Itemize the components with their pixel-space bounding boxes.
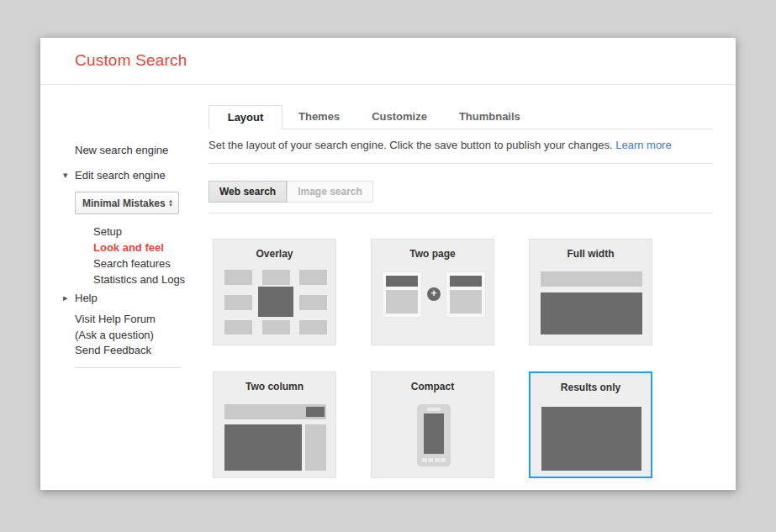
- phone-icon: [417, 404, 451, 466]
- sidebar-item-new-search-engine[interactable]: New search engine: [75, 144, 168, 156]
- diagram-tile: [262, 270, 290, 285]
- diagram-page-header: [450, 276, 482, 287]
- diagram-tile: [224, 320, 252, 334]
- diagram-tile: [299, 295, 327, 310]
- diagram-results-area: [224, 424, 302, 471]
- diagram-results-area: [541, 407, 641, 471]
- sidebar-item-visit-help-forum[interactable]: Visit Help Forum (Ask a question): [75, 311, 156, 343]
- diagram-tile: [224, 270, 252, 285]
- layout-option-two-page[interactable]: Two page +: [371, 239, 494, 345]
- diagram-search-button: [306, 407, 325, 417]
- sidebar-item-look-and-feel[interactable]: Look and feel: [93, 240, 185, 255]
- search-type-toggle: Web search Image search: [209, 181, 713, 203]
- layout-title-two-column: Two column: [214, 381, 335, 392]
- layout-option-compact[interactable]: Compact: [371, 371, 494, 478]
- header: Custom Search: [40, 38, 736, 85]
- engine-select[interactable]: Minimal Mistakes ▲ ▼: [75, 192, 179, 214]
- divider-bottom: [209, 213, 713, 213]
- layout-options-grid: Overlay Two page: [213, 239, 713, 478]
- caret-down-icon: ▾: [63, 170, 75, 181]
- select-down-arrow: ▼: [168, 203, 173, 208]
- sidebar: New search engine ▾ Edit search engine M…: [40, 85, 209, 490]
- diagram-tile: [299, 270, 327, 285]
- tab-bar: Layout Themes Customize Thumbnails: [209, 105, 713, 129]
- learn-more-link[interactable]: Learn more: [615, 139, 671, 151]
- main-content: Layout Themes Customize Thumbnails Set t…: [209, 85, 713, 478]
- divider-top: [209, 163, 713, 164]
- phone-screen: [424, 413, 444, 454]
- diagram-page: [446, 271, 486, 318]
- layout-option-two-column[interactable]: Two column: [213, 371, 336, 478]
- engine-select-value: Minimal Mistakes: [82, 198, 166, 209]
- phone-button: [428, 458, 433, 462]
- sidebar-item-setup[interactable]: Setup: [93, 224, 185, 240]
- diagram-page-body: [450, 290, 482, 313]
- diagram-tile: [299, 320, 327, 334]
- phone-button: [441, 458, 446, 462]
- tab-thumbnails[interactable]: Thumbnails: [443, 105, 536, 129]
- layout-title-full-width: Full width: [530, 248, 652, 260]
- tab-layout[interactable]: Layout: [209, 105, 282, 129]
- diagram-tile: [262, 320, 290, 334]
- plus-icon: +: [427, 287, 441, 301]
- layout-title-compact: Compact: [372, 381, 494, 392]
- tab-themes[interactable]: Themes: [282, 105, 356, 129]
- description: Set the layout of your search engine. Cl…: [209, 139, 713, 152]
- phone-buttons: [417, 458, 451, 462]
- layout-option-overlay[interactable]: Overlay: [213, 239, 336, 345]
- layout-option-full-width[interactable]: Full width: [529, 239, 652, 345]
- diagram-tile: [224, 295, 252, 310]
- web-search-button[interactable]: Web search: [209, 181, 287, 203]
- layout-option-results-only[interactable]: Results only: [529, 371, 652, 478]
- diagram-search-bar: [541, 271, 642, 287]
- sidebar-item-statistics-and-logs[interactable]: Statistics and Logs: [93, 271, 185, 287]
- diagram-side-column: [305, 424, 326, 471]
- description-text: Set the layout of your search engine. Cl…: [209, 139, 613, 151]
- visit-help-forum-line2: (Ask a question): [75, 327, 156, 343]
- sidebar-item-search-features[interactable]: Search features: [93, 255, 185, 271]
- diagram-results-area: [541, 292, 642, 334]
- image-search-button[interactable]: Image search: [287, 181, 373, 203]
- tab-customize[interactable]: Customize: [356, 105, 443, 129]
- layout-title-overlay: Overlay: [214, 248, 335, 260]
- page-title: Custom Search: [75, 51, 187, 70]
- phone-speaker-slot: [427, 408, 441, 411]
- sidebar-item-edit-search-engine[interactable]: ▾ Edit search engine: [63, 169, 166, 182]
- help-label: Help: [75, 292, 98, 304]
- custom-search-window: Custom Search New search engine ▾ Edit s…: [40, 38, 736, 490]
- sidebar-item-send-feedback[interactable]: Send Feedback: [75, 344, 151, 356]
- sidebar-item-help[interactable]: ▸ Help: [63, 292, 98, 304]
- select-arrows-icon: ▲ ▼: [168, 199, 173, 208]
- phone-button: [422, 458, 427, 462]
- sidebar-divider: [75, 367, 181, 368]
- diagram-page: [382, 271, 422, 318]
- phone-button: [435, 458, 440, 462]
- caret-right-icon: ▸: [63, 292, 75, 303]
- visit-help-forum-line1: Visit Help Forum: [75, 311, 156, 327]
- edit-search-engine-label: Edit search engine: [75, 169, 166, 182]
- diagram-page-body: [386, 290, 418, 313]
- layout-title-results-only: Results only: [531, 382, 651, 393]
- diagram-page-header: [386, 276, 418, 287]
- layout-title-two-page: Two page: [372, 248, 494, 260]
- edit-sub-menu: Setup Look and feel Search features Stat…: [93, 224, 185, 287]
- diagram-overlay-box: [258, 287, 293, 317]
